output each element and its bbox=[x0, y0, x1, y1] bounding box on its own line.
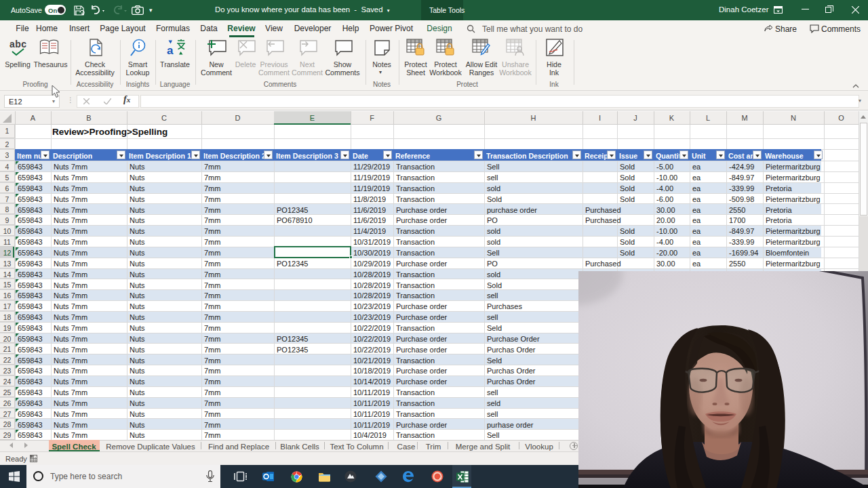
svg-text:a: a bbox=[167, 44, 174, 57]
